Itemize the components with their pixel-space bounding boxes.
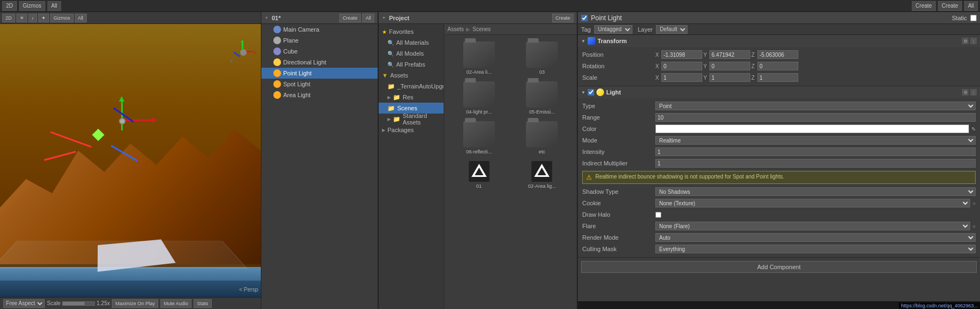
intensity-input[interactable] <box>655 147 976 156</box>
pos-y-input[interactable] <box>709 50 750 59</box>
pos-z-input[interactable] <box>757 50 798 59</box>
corner-orientation-gizmo[interactable]: y x z <box>230 39 256 66</box>
hierarchy-item-directional-light[interactable]: Directional Light <box>261 57 378 68</box>
culling-select[interactable]: Everything <box>655 245 976 253</box>
type-select[interactable]: Point <box>655 102 976 110</box>
flare-select[interactable]: None (Flare) <box>655 222 970 230</box>
pos-x-input[interactable] <box>661 50 702 59</box>
project-create-btn[interactable]: Create <box>552 14 573 22</box>
stats-btn[interactable]: Stats <box>194 299 212 308</box>
rot-z-input[interactable] <box>757 62 798 70</box>
btn-all[interactable]: All <box>47 1 61 11</box>
mute-btn[interactable]: Mute Audio <box>160 299 192 308</box>
scale-z-input[interactable] <box>757 73 798 82</box>
range-input[interactable] <box>655 113 976 122</box>
transform-settings-btn[interactable]: ⚙ <box>962 38 969 44</box>
folder-label-2: 04-light pr... <box>466 109 492 115</box>
hierarchy-item-main-camera[interactable]: Main Camera <box>261 24 378 35</box>
aspect-select[interactable]: Free Aspect <box>3 299 45 308</box>
rot-y-input[interactable] <box>709 62 750 70</box>
draw-halo-checkbox[interactable] <box>655 212 661 218</box>
add-component-button[interactable]: Add Component <box>581 261 977 273</box>
folder-icon-0 <box>463 41 495 68</box>
scale-track[interactable] <box>62 301 95 306</box>
breadcrumb-assets[interactable]: Assets <box>447 26 464 32</box>
folder-item-7[interactable]: 02-Area lig... <box>512 159 573 191</box>
hierarchy-body: Main Camera Plane Cube Directional Light… <box>261 24 378 309</box>
btn-gizmos[interactable]: Gizmos <box>19 1 45 11</box>
rot-x-input[interactable] <box>661 62 702 70</box>
transform-gizmo[interactable] <box>101 100 145 144</box>
folder-grid: 02-Area li... 03 04-light pr... <box>446 37 575 193</box>
scene-canvas[interactable]: y x z < Persp <box>0 24 261 297</box>
object-active-checkbox[interactable] <box>581 15 588 21</box>
project-res-folder[interactable]: ▶ 📁 Res <box>379 92 444 103</box>
project-all-materials[interactable]: 🔍 All Materials <box>379 37 444 48</box>
folder-item-6[interactable]: 01 <box>449 159 510 191</box>
render-mode-select[interactable]: Auto <box>655 233 976 242</box>
tag-select[interactable]: Untagged <box>594 25 632 34</box>
scene-btn-audio[interactable]: ♪ <box>28 14 38 22</box>
btn-2d[interactable]: 2D <box>2 1 17 11</box>
mode-row: Mode Realtime <box>582 135 976 146</box>
folder-item-4[interactable]: 06-reflecti... <box>449 119 510 157</box>
transform-header[interactable]: ▼ Transform ⚙ ⋮ <box>578 35 980 47</box>
hierarchy-item-point-light[interactable]: Point Light <box>261 68 378 79</box>
hierarchy-item-spot-light[interactable]: Spot Light <box>261 79 378 90</box>
scene-btn-light[interactable]: ☀ <box>16 14 27 22</box>
project-title: Project <box>389 15 409 21</box>
light-settings-btn[interactable]: ⚙ <box>962 89 969 96</box>
project-favorites-section[interactable]: ★ Favorites <box>379 26 444 37</box>
hierarchy-item-cube[interactable]: Cube <box>261 46 378 57</box>
folder-item-5[interactable]: etc <box>512 119 573 157</box>
inspector-scroll[interactable]: ▼ Transform ⚙ ⋮ Position X <box>578 35 980 301</box>
project-packages-section[interactable]: ▶ Packages <box>379 124 444 135</box>
color-swatch[interactable] <box>655 124 969 133</box>
btn-create-top[interactable]: Create <box>912 1 936 11</box>
warning-text: Realtime indirect bounce shadowing is no… <box>595 174 784 180</box>
scene-btn-2d[interactable]: 2D <box>2 14 15 22</box>
shadow-select[interactable]: No Shadows <box>655 187 976 196</box>
indirect-input[interactable] <box>655 159 976 168</box>
scale-x-input[interactable] <box>661 73 702 82</box>
layer-select[interactable]: Default <box>656 25 688 34</box>
btn-all-top[interactable]: All <box>964 1 978 11</box>
hierarchy-all-btn[interactable]: All <box>362 14 374 22</box>
light-enabled-checkbox[interactable] <box>588 89 594 96</box>
scale-bar: Scale 1.25x <box>47 300 110 306</box>
hierarchy-item-area-light[interactable]: Area Light <box>261 90 378 100</box>
scene-btn-fx[interactable]: ✦ <box>38 14 49 22</box>
btn-create-top2[interactable]: Create <box>938 1 962 11</box>
folder-item-1[interactable]: 03 <box>512 39 573 77</box>
project-assets-section[interactable]: ▼ Assets <box>379 70 444 81</box>
scene-bottom-bar: Free Aspect Scale 1.25x Maximize On Play… <box>0 297 261 309</box>
scene-btn-gizmos[interactable]: Gizmos <box>50 14 74 22</box>
static-checkbox[interactable] <box>970 15 977 21</box>
maximize-btn[interactable]: Maximize On Play <box>112 299 158 308</box>
cookie-select-icon[interactable]: ○ <box>972 200 976 206</box>
scale-y-input[interactable] <box>709 73 750 82</box>
project-all-prefabs[interactable]: 🔍 All Prefabs <box>379 59 444 70</box>
folder-item-2[interactable]: 04-light pr... <box>449 79 510 117</box>
folder-item-0[interactable]: 02-Area li... <box>449 39 510 77</box>
color-picker-icon[interactable]: ✎ <box>971 126 976 132</box>
project-all-models[interactable]: 🔍 All Models <box>379 48 444 59</box>
hierarchy-item-plane[interactable]: Plane <box>261 35 378 46</box>
flare-select-icon[interactable]: ○ <box>972 223 976 229</box>
folder-item-3[interactable]: 05-Emissi... <box>512 79 573 117</box>
breadcrumb-scenes[interactable]: Scenes <box>473 26 491 32</box>
persp-label: < Persp <box>239 287 258 293</box>
transform-menu-btn[interactable]: ⋮ <box>970 38 977 44</box>
light-menu-btn[interactable]: ⋮ <box>970 89 977 96</box>
project-standard-assets[interactable]: ▶ 📁 Standard Assets <box>379 114 444 124</box>
scale-x-group: X <box>655 73 702 82</box>
scene-water <box>0 281 261 297</box>
scale-z-group: Z <box>751 73 798 82</box>
light-header[interactable]: ▼ Light ⚙ ⋮ <box>578 86 980 98</box>
scene-btn-allobjects[interactable]: All <box>75 14 87 22</box>
hierarchy-create-btn[interactable]: Create <box>339 14 361 22</box>
project-terrain-folder[interactable]: 📁 _TerrainAutoUpgrade <box>379 81 444 92</box>
cookie-select[interactable]: None (Texture) <box>655 199 970 207</box>
mode-select[interactable]: Realtime <box>655 136 976 145</box>
project-scenes-folder[interactable]: 📁 Scenes <box>379 103 444 114</box>
